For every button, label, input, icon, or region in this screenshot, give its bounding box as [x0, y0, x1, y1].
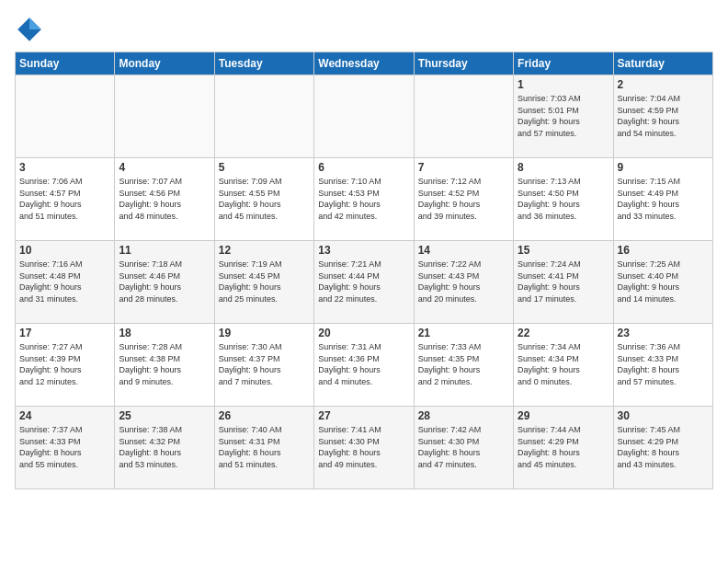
day-number: 29 — [518, 409, 609, 422]
day-info: Sunrise: 7:44 AM Sunset: 4:29 PM Dayligh… — [518, 424, 609, 470]
day-info: Sunrise: 7:33 AM Sunset: 4:35 PM Dayligh… — [418, 341, 509, 387]
calendar-cell: 21Sunrise: 7:33 AM Sunset: 4:35 PM Dayli… — [414, 324, 513, 407]
calendar-cell: 2Sunrise: 7:04 AM Sunset: 4:59 PM Daylig… — [613, 75, 712, 158]
day-info: Sunrise: 7:24 AM Sunset: 4:41 PM Dayligh… — [518, 259, 609, 304]
weekday-header: Saturday — [613, 52, 712, 75]
calendar-cell: 13Sunrise: 7:21 AM Sunset: 4:44 PM Dayli… — [314, 241, 414, 324]
day-number: 22 — [518, 327, 609, 339]
day-info: Sunrise: 7:06 AM Sunset: 4:57 PM Dayligh… — [19, 176, 110, 222]
day-info: Sunrise: 7:31 AM Sunset: 4:36 PM Dayligh… — [318, 341, 409, 387]
day-info: Sunrise: 7:36 AM Sunset: 4:33 PM Dayligh… — [618, 341, 709, 387]
day-info: Sunrise: 7:18 AM Sunset: 4:46 PM Dayligh… — [119, 259, 210, 304]
day-number: 18 — [119, 327, 210, 339]
day-number: 23 — [618, 327, 709, 339]
day-info: Sunrise: 7:15 AM Sunset: 4:49 PM Dayligh… — [618, 176, 709, 222]
day-number: 1 — [518, 78, 609, 91]
day-info: Sunrise: 7:25 AM Sunset: 4:40 PM Dayligh… — [618, 259, 709, 304]
day-info: Sunrise: 7:27 AM Sunset: 4:39 PM Dayligh… — [19, 341, 110, 387]
day-number: 19 — [219, 327, 310, 339]
day-info: Sunrise: 7:19 AM Sunset: 4:45 PM Dayligh… — [219, 259, 310, 304]
day-info: Sunrise: 7:12 AM Sunset: 4:52 PM Dayligh… — [418, 176, 509, 222]
day-info: Sunrise: 7:04 AM Sunset: 4:59 PM Dayligh… — [618, 93, 709, 139]
calendar-table: SundayMondayTuesdayWednesdayThursdayFrid… — [15, 52, 713, 489]
calendar-cell: 10Sunrise: 7:16 AM Sunset: 4:48 PM Dayli… — [16, 241, 115, 324]
calendar-cell: 24Sunrise: 7:37 AM Sunset: 4:33 PM Dayli… — [16, 407, 115, 489]
calendar-cell: 15Sunrise: 7:24 AM Sunset: 4:41 PM Dayli… — [514, 241, 613, 324]
svg-marker-1 — [29, 17, 41, 29]
logo-icon — [15, 15, 44, 44]
day-number: 13 — [318, 244, 409, 257]
calendar-cell: 26Sunrise: 7:40 AM Sunset: 4:31 PM Dayli… — [214, 407, 313, 489]
day-info: Sunrise: 7:38 AM Sunset: 4:32 PM Dayligh… — [119, 424, 210, 470]
day-info: Sunrise: 7:13 AM Sunset: 4:50 PM Dayligh… — [518, 176, 609, 222]
day-number: 26 — [219, 409, 310, 422]
page-header — [15, 15, 713, 44]
calendar-cell: 8Sunrise: 7:13 AM Sunset: 4:50 PM Daylig… — [514, 158, 613, 241]
calendar-cell — [214, 75, 313, 158]
calendar-cell: 7Sunrise: 7:12 AM Sunset: 4:52 PM Daylig… — [414, 158, 513, 241]
weekday-header: Friday — [514, 52, 613, 75]
day-info: Sunrise: 7:22 AM Sunset: 4:43 PM Dayligh… — [418, 259, 509, 304]
day-number: 3 — [19, 161, 110, 174]
weekday-header: Monday — [115, 52, 214, 75]
logo — [15, 15, 48, 44]
weekday-header: Thursday — [414, 52, 513, 75]
day-info: Sunrise: 7:21 AM Sunset: 4:44 PM Dayligh… — [318, 259, 409, 304]
calendar-cell: 9Sunrise: 7:15 AM Sunset: 4:49 PM Daylig… — [613, 158, 712, 241]
day-info: Sunrise: 7:37 AM Sunset: 4:33 PM Dayligh… — [19, 424, 110, 470]
calendar-week-row: 1Sunrise: 7:03 AM Sunset: 5:01 PM Daylig… — [16, 75, 713, 158]
calendar-cell — [414, 75, 513, 158]
day-number: 17 — [19, 327, 110, 339]
day-number: 2 — [618, 78, 709, 91]
day-number: 8 — [518, 161, 609, 174]
calendar-cell: 30Sunrise: 7:45 AM Sunset: 4:29 PM Dayli… — [613, 407, 712, 489]
day-number: 16 — [618, 244, 709, 257]
day-number: 12 — [219, 244, 310, 257]
day-number: 11 — [119, 244, 210, 257]
calendar-cell: 14Sunrise: 7:22 AM Sunset: 4:43 PM Dayli… — [414, 241, 513, 324]
day-info: Sunrise: 7:42 AM Sunset: 4:30 PM Dayligh… — [418, 424, 509, 470]
calendar-cell: 22Sunrise: 7:34 AM Sunset: 4:34 PM Dayli… — [514, 324, 613, 407]
weekday-header: Sunday — [16, 52, 115, 75]
day-info: Sunrise: 7:40 AM Sunset: 4:31 PM Dayligh… — [219, 424, 310, 470]
day-number: 25 — [119, 409, 210, 422]
day-number: 24 — [19, 409, 110, 422]
day-number: 6 — [318, 161, 409, 174]
day-number: 21 — [418, 327, 509, 339]
calendar-cell: 4Sunrise: 7:07 AM Sunset: 4:56 PM Daylig… — [115, 158, 214, 241]
calendar-cell: 17Sunrise: 7:27 AM Sunset: 4:39 PM Dayli… — [16, 324, 115, 407]
calendar-cell — [115, 75, 214, 158]
calendar-cell: 27Sunrise: 7:41 AM Sunset: 4:30 PM Dayli… — [314, 407, 414, 489]
day-number: 30 — [618, 409, 709, 422]
day-number: 27 — [318, 409, 409, 422]
day-info: Sunrise: 7:10 AM Sunset: 4:53 PM Dayligh… — [318, 176, 409, 222]
calendar-week-row: 10Sunrise: 7:16 AM Sunset: 4:48 PM Dayli… — [16, 241, 713, 324]
calendar-cell: 6Sunrise: 7:10 AM Sunset: 4:53 PM Daylig… — [314, 158, 414, 241]
calendar-week-row: 17Sunrise: 7:27 AM Sunset: 4:39 PM Dayli… — [16, 324, 713, 407]
day-info: Sunrise: 7:09 AM Sunset: 4:55 PM Dayligh… — [219, 176, 310, 222]
day-number: 14 — [418, 244, 509, 257]
day-info: Sunrise: 7:41 AM Sunset: 4:30 PM Dayligh… — [318, 424, 409, 470]
day-number: 4 — [119, 161, 210, 174]
day-info: Sunrise: 7:28 AM Sunset: 4:38 PM Dayligh… — [119, 341, 210, 387]
day-number: 15 — [518, 244, 609, 257]
day-info: Sunrise: 7:30 AM Sunset: 4:37 PM Dayligh… — [219, 341, 310, 387]
calendar-cell: 25Sunrise: 7:38 AM Sunset: 4:32 PM Dayli… — [115, 407, 214, 489]
day-info: Sunrise: 7:03 AM Sunset: 5:01 PM Dayligh… — [518, 93, 609, 139]
calendar-week-row: 3Sunrise: 7:06 AM Sunset: 4:57 PM Daylig… — [16, 158, 713, 241]
calendar-cell: 3Sunrise: 7:06 AM Sunset: 4:57 PM Daylig… — [16, 158, 115, 241]
day-info: Sunrise: 7:07 AM Sunset: 4:56 PM Dayligh… — [119, 176, 210, 222]
calendar-cell: 1Sunrise: 7:03 AM Sunset: 5:01 PM Daylig… — [514, 75, 613, 158]
calendar-cell: 5Sunrise: 7:09 AM Sunset: 4:55 PM Daylig… — [214, 158, 313, 241]
day-number: 28 — [418, 409, 509, 422]
day-info: Sunrise: 7:45 AM Sunset: 4:29 PM Dayligh… — [618, 424, 709, 470]
calendar-cell: 29Sunrise: 7:44 AM Sunset: 4:29 PM Dayli… — [514, 407, 613, 489]
calendar-cell: 12Sunrise: 7:19 AM Sunset: 4:45 PM Dayli… — [214, 241, 313, 324]
weekday-header: Tuesday — [214, 52, 313, 75]
calendar-cell: 11Sunrise: 7:18 AM Sunset: 4:46 PM Dayli… — [115, 241, 214, 324]
day-number: 9 — [618, 161, 709, 174]
weekday-header: Wednesday — [314, 52, 414, 75]
calendar-cell: 19Sunrise: 7:30 AM Sunset: 4:37 PM Dayli… — [214, 324, 313, 407]
calendar-cell — [16, 75, 115, 158]
day-info: Sunrise: 7:34 AM Sunset: 4:34 PM Dayligh… — [518, 341, 609, 387]
